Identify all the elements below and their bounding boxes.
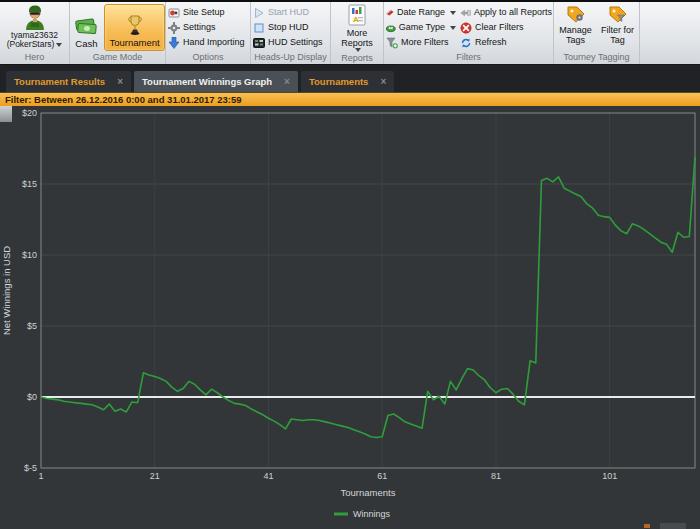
gear-icon <box>168 22 180 34</box>
date-range-label: Date Range <box>397 6 445 19</box>
date-range-icon <box>386 7 394 19</box>
svg-text:41: 41 <box>263 471 273 481</box>
svg-text:Winnings: Winnings <box>353 509 391 519</box>
apply-to-all-reports-button[interactable]: Apply to all Reports <box>460 6 552 19</box>
cash-button[interactable]: Cash <box>70 4 102 51</box>
tab-tournament-winnings-graph[interactable]: Tournament Winnings Graph × <box>134 71 298 92</box>
svg-text:Net Winnings in USD: Net Winnings in USD <box>1 246 12 335</box>
settings-button[interactable]: Settings <box>168 21 245 34</box>
more-reports-label: More Reports <box>334 28 380 48</box>
hand-importing-button[interactable]: Hand Importing <box>168 36 245 49</box>
filter-for-tag-icon <box>607 5 629 24</box>
tab-tournaments[interactable]: Tournaments × <box>301 71 394 92</box>
clear-filters-label: Clear Filters <box>475 21 524 34</box>
close-icon[interactable]: × <box>284 76 290 87</box>
hero-selector[interactable]: tyama23632 (PokerStars) <box>2 4 67 51</box>
game-type-icon <box>386 22 396 34</box>
ribbon-toolbar: tyama23632 (PokerStars) Hero Cash <box>0 2 700 65</box>
dropdown-arrow-icon <box>450 11 456 15</box>
ribbon-group-game-mode: Cash Tournament Game Mode <box>70 2 166 64</box>
apply-to-all-reports-label: Apply to all Reports <box>474 6 552 19</box>
hud-settings-button[interactable]: HUD Settings <box>253 36 323 49</box>
hand-importing-label: Hand Importing <box>183 36 245 49</box>
manage-tags-icon <box>565 5 587 24</box>
tournament-button[interactable]: Tournament <box>104 4 164 51</box>
more-filters-icon <box>386 37 398 49</box>
hud-settings-icon <box>253 37 265 49</box>
svg-text:81: 81 <box>491 471 501 481</box>
tab-label: Tournaments <box>309 76 368 87</box>
group-label-game-mode: Game Mode <box>70 51 165 64</box>
date-range-button[interactable]: Date Range <box>386 6 456 19</box>
stop-hud-button[interactable]: Stop HUD <box>253 21 323 34</box>
svg-text:$10: $10 <box>22 250 37 260</box>
filter-summary-bar[interactable]: Filter: Between 26.12.2016 0:00 and 31.0… <box>0 92 700 106</box>
group-label-filters: Filters <box>384 51 553 64</box>
apply-all-icon <box>460 7 471 19</box>
svg-text:61: 61 <box>377 471 387 481</box>
close-icon[interactable]: × <box>380 76 386 87</box>
ribbon-group-options: Site Setup Settings Hand Importing <box>166 2 251 64</box>
game-type-button[interactable]: Game Type <box>386 21 456 34</box>
more-filters-button[interactable]: More Filters <box>386 36 456 49</box>
ribbon-empty-space <box>640 2 700 64</box>
filter-for-tag-label: Filter for Tag <box>598 26 638 45</box>
svg-text:$15: $15 <box>22 179 37 189</box>
cash-button-label: Cash <box>75 38 97 49</box>
filter-for-tag-button[interactable]: Filter for Tag <box>598 4 638 51</box>
refresh-label: Refresh <box>475 36 507 49</box>
manage-tags-label: Manage Tags <box>556 26 596 45</box>
group-label-hud: Heads-Up Display <box>251 51 330 64</box>
play-icon <box>253 7 265 19</box>
ribbon-group-reports: A More Reports Reports <box>331 2 384 64</box>
tournament-button-label: Tournament <box>109 37 159 48</box>
import-arrow-icon <box>168 37 180 49</box>
hero-avatar-icon <box>22 4 48 31</box>
dropdown-arrow-icon <box>56 43 62 47</box>
ribbon-group-hero: tyama23632 (PokerStars) Hero <box>0 2 70 64</box>
svg-text:$-5: $-5 <box>24 463 37 473</box>
svg-text:1: 1 <box>38 471 43 481</box>
site-setup-label: Site Setup <box>183 6 225 19</box>
clear-filters-icon <box>460 22 472 34</box>
winnings-graph-panel: $20$15$10$5$0$-5121416181101TournamentsN… <box>0 106 700 529</box>
group-label-options: Options <box>166 51 250 64</box>
svg-text:$0: $0 <box>27 392 37 402</box>
more-reports-button[interactable]: A More Reports <box>333 4 381 52</box>
stop-hud-label: Stop HUD <box>268 21 309 34</box>
ribbon-group-filters: Date Range Game Type <box>384 2 554 64</box>
refresh-icon <box>460 37 472 49</box>
tab-tournament-results[interactable]: Tournament Results × <box>6 71 131 92</box>
clear-filters-button[interactable]: Clear Filters <box>460 21 552 34</box>
tab-bar: Tournament Results × Tournament Winnings… <box>0 65 700 92</box>
svg-text:$5: $5 <box>27 321 37 331</box>
winnings-chart: $20$15$10$5$0$-5121416181101TournamentsN… <box>0 106 700 529</box>
group-label-tagging: Tourney Tagging <box>554 51 639 64</box>
tab-label: Tournament Winnings Graph <box>142 76 272 87</box>
ribbon-group-hud: Start HUD Stop HUD HUD Settings <box>251 2 331 64</box>
game-type-label: Game Type <box>399 21 445 34</box>
panel-corner-notch <box>0 106 12 122</box>
more-reports-icon: A <box>346 4 368 28</box>
settings-label: Settings <box>183 21 216 34</box>
start-hud-button[interactable]: Start HUD <box>253 6 323 19</box>
stop-icon <box>253 22 265 34</box>
cash-icon <box>74 16 98 36</box>
svg-text:21: 21 <box>150 471 160 481</box>
refresh-button[interactable]: Refresh <box>460 36 552 49</box>
manage-tags-button[interactable]: Manage Tags <box>556 4 596 51</box>
hero-site: (PokerStars) <box>7 39 55 49</box>
trophy-icon <box>126 15 144 35</box>
dropdown-arrow-icon <box>450 26 456 30</box>
group-label-reports: Reports <box>331 52 383 64</box>
close-icon[interactable]: × <box>117 76 123 87</box>
svg-text:Tournaments: Tournaments <box>341 487 396 498</box>
svg-text:$20: $20 <box>22 108 37 118</box>
start-hud-label: Start HUD <box>268 6 309 19</box>
tab-label: Tournament Results <box>14 76 105 87</box>
hud-settings-label: HUD Settings <box>268 36 323 49</box>
site-setup-icon <box>168 7 180 19</box>
svg-text:A: A <box>353 15 359 24</box>
more-filters-label: More Filters <box>401 36 449 49</box>
site-setup-button[interactable]: Site Setup <box>168 6 245 19</box>
